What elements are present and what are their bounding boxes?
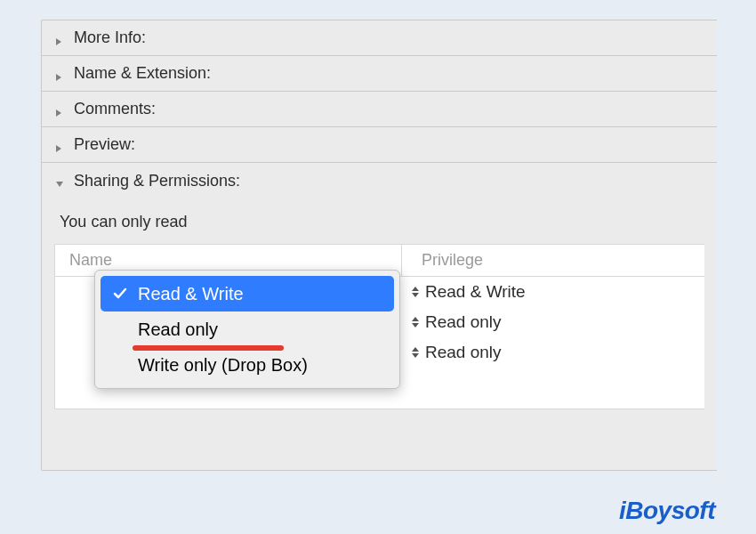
section-label: Name & Extension: (74, 64, 211, 83)
dropdown-item-read-only[interactable]: Read only (101, 312, 394, 347)
section-preview[interactable]: Preview: (42, 127, 717, 163)
dropdown-item-label: Write only (Drop Box) (138, 355, 308, 376)
chevron-right-icon (54, 139, 67, 151)
privilege-dropdown[interactable]: Read & Write Read only Write only (Drop … (94, 270, 400, 389)
column-header-privilege[interactable]: Privilege (402, 245, 704, 276)
privilege-cell[interactable]: Read only (411, 307, 678, 337)
section-sharing-permissions[interactable]: Sharing & Permissions: (42, 163, 717, 198)
chevron-down-icon (54, 174, 67, 187)
table-body: Read & Write Read only (55, 277, 704, 409)
chevron-right-icon (54, 68, 67, 80)
dropdown-item-read-write[interactable]: Read & Write (101, 276, 394, 312)
check-icon (111, 287, 129, 300)
section-label: Sharing & Permissions: (74, 172, 240, 190)
section-more-info[interactable]: More Info: (42, 20, 717, 56)
privilege-cell[interactable]: Read & Write (411, 277, 678, 307)
section-label: Comments: (74, 100, 156, 118)
privilege-value: Read only (425, 343, 502, 362)
section-name-extension[interactable]: Name & Extension: (42, 56, 717, 92)
get-info-panel: More Info: Name & Extension: Comments: P… (41, 20, 717, 471)
chevron-right-icon (54, 32, 67, 44)
privilege-column: Read & Write Read only (411, 277, 678, 368)
section-label: More Info: (74, 28, 146, 47)
dropdown-item-label: Read & Write (138, 284, 244, 304)
privilege-value: Read & Write (425, 282, 526, 302)
permissions-body: You can only read Name Privilege Read & … (42, 198, 717, 470)
dropdown-item-write-only[interactable]: Write only (Drop Box) (101, 347, 394, 383)
permissions-table: Name Privilege Read & Write (54, 244, 704, 409)
brand-watermark: iBoysoft (619, 497, 715, 525)
permissions-status: You can only read (60, 213, 704, 231)
stepper-icon[interactable] (411, 316, 422, 328)
dropdown-item-label: Read only (138, 320, 218, 340)
chevron-right-icon (54, 103, 67, 116)
stepper-icon[interactable] (411, 346, 422, 359)
section-label: Preview: (74, 135, 135, 154)
privilege-value: Read only (425, 312, 502, 332)
stepper-icon[interactable] (411, 286, 422, 298)
privilege-cell[interactable]: Read only (411, 337, 678, 368)
section-comments[interactable]: Comments: (42, 92, 717, 127)
